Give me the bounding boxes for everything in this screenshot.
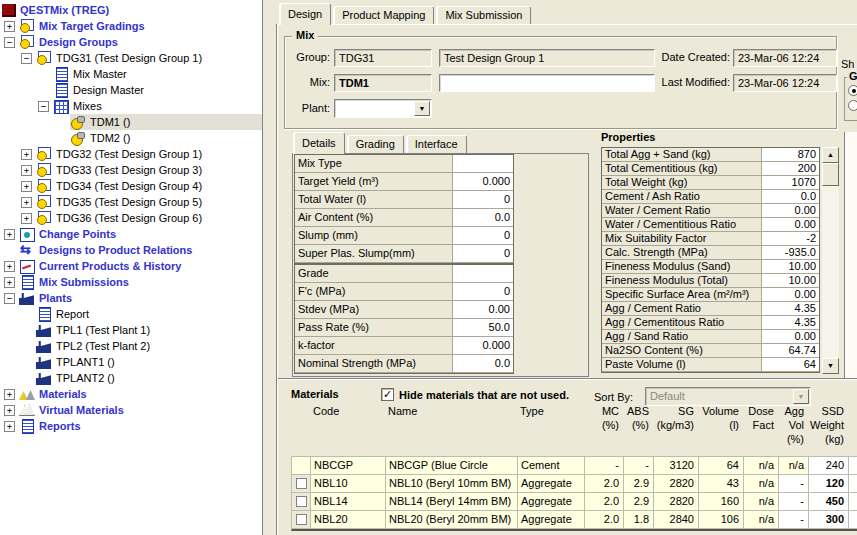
hide-unused-checkbox[interactable]: ✓: [381, 388, 394, 401]
mix-groupbox-caption: Mix: [292, 29, 318, 41]
tree-item-tdg32-test-design-group-1[interactable]: +TDG32 (Test Design Group 1): [0, 146, 262, 162]
grid-row-value[interactable]: 0.00: [453, 301, 513, 319]
tree-item-designs-to-product-relations[interactable]: Designs to Product Relations: [0, 242, 262, 258]
materials-grid: NBCGPNBCGP (Blue CircleCement--312064n/a…: [291, 456, 857, 531]
material-use-checkbox[interactable]: [296, 496, 307, 507]
tree-item-qestmix-treg[interactable]: QESTMix (TREG): [0, 2, 262, 18]
details-tab-interface[interactable]: Interface: [406, 135, 467, 153]
expand-plus-icon[interactable]: +: [21, 181, 32, 192]
grid-row-value: 10.00: [762, 274, 819, 288]
expand-plus-icon[interactable]: +: [4, 389, 15, 400]
cell-ssd[interactable]: 300: [809, 511, 849, 529]
material-row-nbl14: NBL14NBL14 (Beryl 14mm BM)Aggregate2.02.…: [292, 493, 857, 511]
cell-ssd[interactable]: 450: [809, 493, 849, 511]
tree-item-tdg31-test-design-group-1[interactable]: −TDG31 (Test Design Group 1): [0, 50, 262, 66]
cell-abs: -: [624, 457, 654, 475]
details-tab-grading[interactable]: Grading: [347, 135, 404, 153]
cell-agg_vol[interactable]: -: [779, 511, 809, 529]
details-tab-details[interactable]: Details: [293, 132, 345, 154]
cell-agg_vol[interactable]: -: [779, 493, 809, 511]
grid-row-value: 0.0: [762, 190, 819, 204]
tree-item-tdm1[interactable]: TDM1 (): [0, 114, 262, 130]
grid-row-value[interactable]: 0.0: [453, 209, 513, 227]
cell-ssd[interactable]: 120: [809, 475, 849, 493]
tree-item-tplant1[interactable]: TPLANT1 (): [0, 354, 262, 370]
expand-plus-icon[interactable]: +: [21, 213, 32, 224]
tree-item-tplant2[interactable]: TPLANT2 (): [0, 370, 262, 386]
scrollbar-thumb[interactable]: [822, 163, 839, 186]
scroll-down-icon[interactable]: ▼: [822, 358, 839, 374]
show-option-radio-2[interactable]: [848, 100, 857, 111]
document-list-icon: [53, 83, 69, 97]
tree-item-design-groups[interactable]: −Design Groups: [0, 34, 262, 50]
cell-ssd[interactable]: 240: [809, 457, 849, 475]
grid-row-value[interactable]: 0.000: [453, 173, 513, 191]
tree-item-virtual-materials[interactable]: +Virtual Materials: [0, 402, 262, 418]
grid-row-value[interactable]: 0: [453, 227, 513, 245]
collapse-minus-icon[interactable]: −: [4, 37, 15, 48]
tree-item-tpl1-test-plant-1[interactable]: TPL1 (Test Plant 1): [0, 322, 262, 338]
expand-plus-icon[interactable]: +: [21, 165, 32, 176]
grid-row-value[interactable]: 0.000: [453, 337, 513, 355]
grid-row-value[interactable]: 50.0: [453, 319, 513, 337]
tree-item-reports[interactable]: +Reports: [0, 418, 262, 434]
grid-row-value[interactable]: 0.0: [453, 355, 513, 373]
tab-product-mapping[interactable]: Product Mapping: [333, 6, 434, 24]
scroll-up-icon[interactable]: ▲: [822, 147, 839, 163]
grid-row-value[interactable]: 0: [453, 283, 513, 301]
plant-dropdown[interactable]: ▼: [334, 99, 432, 118]
mix-name-input[interactable]: [439, 74, 655, 92]
cell-agg_vol[interactable]: -: [779, 475, 809, 493]
expand-plus-icon[interactable]: +: [4, 277, 15, 288]
main-tabstrip: DesignProduct MappingMix Submission: [279, 3, 531, 24]
collapse-minus-icon[interactable]: −: [38, 101, 49, 112]
grid-row-value[interactable]: 0: [453, 191, 513, 209]
tree-item-mix-target-gradings[interactable]: +Mix Target Gradings: [0, 18, 262, 34]
expand-plus-icon[interactable]: +: [4, 405, 15, 416]
grid-row: Pass Rate (%)50.0: [295, 319, 513, 337]
show-option-radio-1[interactable]: [848, 85, 857, 96]
material-use-checkbox[interactable]: [296, 478, 307, 489]
date-created-field: 23-Mar-06 12:24: [733, 49, 837, 67]
grid-row-label: Fineness Modulus (Sand): [602, 260, 762, 274]
expand-plus-icon[interactable]: +: [21, 149, 32, 160]
details-tabstrip: DetailsGradingInterface: [293, 132, 467, 153]
expand-plus-icon[interactable]: +: [4, 229, 15, 240]
properties-scrollbar[interactable]: ▲ ▼: [822, 147, 839, 374]
grid-row-value[interactable]: [453, 265, 513, 283]
tab-mix-submission[interactable]: Mix Submission: [436, 6, 531, 24]
grid-row-value[interactable]: [453, 155, 513, 173]
tree-item-mix-submissions[interactable]: +Mix Submissions: [0, 274, 262, 290]
expand-plus-icon[interactable]: +: [4, 421, 15, 432]
expand-plus-icon[interactable]: +: [4, 261, 15, 272]
chevron-down-icon[interactable]: ▼: [414, 101, 430, 116]
collapse-minus-icon[interactable]: −: [4, 293, 15, 304]
tree-item-report[interactable]: Report: [0, 306, 262, 322]
tree-item-design-master[interactable]: Design Master: [0, 82, 262, 98]
tree-item-current-products-history[interactable]: +Current Products & History: [0, 258, 262, 274]
design-group-icon: [36, 163, 52, 177]
grid-row: Total Weight (kg)1070: [602, 176, 819, 190]
tree-item-tdg33-test-design-group-3[interactable]: +TDG33 (Test Design Group 3): [0, 162, 262, 178]
tree-item-change-points[interactable]: +Change Points: [0, 226, 262, 242]
factory-icon: [36, 323, 52, 337]
clipped-side-list: [844, 132, 857, 378]
tree-item-mixes[interactable]: −Mixes: [0, 98, 262, 114]
cell-code: NBCGP: [311, 457, 386, 475]
tree-item-tdm2[interactable]: TDM2 (): [0, 130, 262, 146]
cell-clipped: [849, 493, 857, 511]
expand-plus-icon[interactable]: +: [21, 197, 32, 208]
cell-type: Cement: [518, 457, 585, 475]
tree-item-tdg35-test-design-group-5[interactable]: +TDG35 (Test Design Group 5): [0, 194, 262, 210]
collapse-minus-icon[interactable]: −: [21, 53, 32, 64]
tree-item-plants[interactable]: −Plants: [0, 290, 262, 306]
tree-item-materials[interactable]: +Materials: [0, 386, 262, 402]
tree-item-tpl2-test-plant-2[interactable]: TPL2 (Test Plant 2): [0, 338, 262, 354]
tree-item-tdg34-test-design-group-4[interactable]: +TDG34 (Test Design Group 4): [0, 178, 262, 194]
tree-item-tdg36-test-design-group-6[interactable]: +TDG36 (Test Design Group 6): [0, 210, 262, 226]
grid-row-value[interactable]: 0: [453, 245, 513, 263]
material-use-checkbox[interactable]: [296, 514, 307, 525]
tab-design[interactable]: Design: [279, 3, 331, 25]
expand-plus-icon[interactable]: +: [4, 21, 15, 32]
tree-item-mix-master[interactable]: Mix Master: [0, 66, 262, 82]
